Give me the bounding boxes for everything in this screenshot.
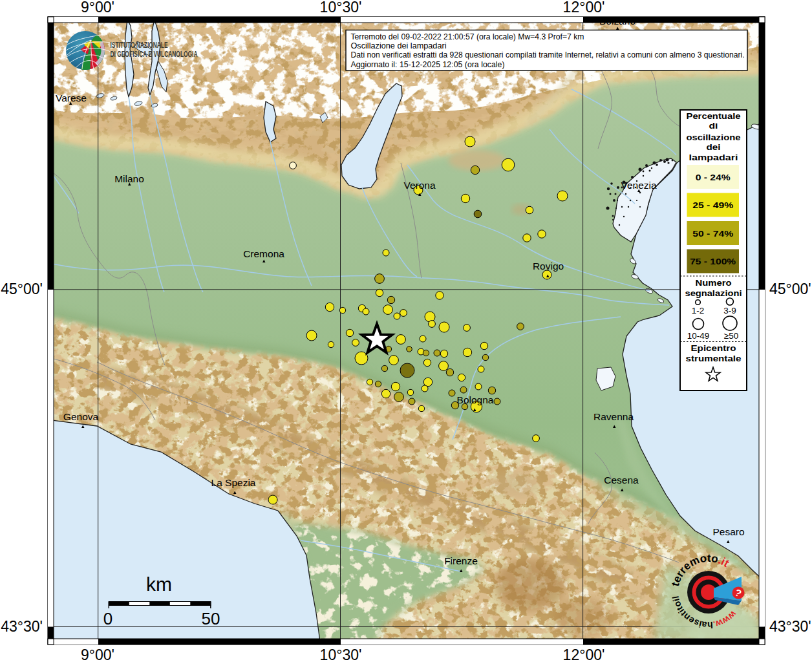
- svg-text:DI GEOFISICA E VULCANOLOGIA: DI GEOFISICA E VULCANOLOGIA: [111, 50, 198, 59]
- svg-text:10°30': 10°30': [320, 646, 362, 662]
- svg-text:0: 0: [103, 609, 112, 628]
- svg-text:≥50: ≥50: [724, 331, 738, 341]
- svg-text:oscillazione: oscillazione: [687, 133, 741, 142]
- svg-text:43°30': 43°30': [1, 618, 43, 635]
- svg-text:Varese: Varese: [56, 92, 87, 103]
- svg-text:10°30': 10°30': [320, 0, 362, 16]
- svg-text:Percentuale: Percentuale: [687, 111, 741, 121]
- svg-text:ISTITUTO NAZIONALE: ISTITUTO NAZIONALE: [111, 41, 168, 50]
- svg-text:Milano: Milano: [114, 173, 144, 184]
- svg-text:12°00': 12°00': [563, 0, 605, 16]
- svg-text:Cremona: Cremona: [243, 248, 284, 259]
- svg-text:Bologna: Bologna: [457, 394, 494, 405]
- svg-text:Venezia: Venezia: [621, 180, 657, 191]
- svg-text:Terremoto del 09-02-2022 21:00: Terremoto del 09-02-2022 21:00:57 (ora l…: [351, 32, 584, 41]
- svg-text:Ravenna: Ravenna: [593, 411, 634, 422]
- svg-text:Oscillazione dei lampadari: Oscillazione dei lampadari: [351, 41, 447, 50]
- svg-text:Firenze: Firenze: [444, 555, 478, 566]
- svg-text:0 - 24%: 0 - 24%: [696, 173, 731, 182]
- svg-text:Aggiornato il: 15-12-2025 12:0: Aggiornato il: 15-12-2025 12:05 (ora loc…: [351, 59, 505, 69]
- svg-text:dei: dei: [707, 142, 721, 152]
- svg-text:3-9: 3-9: [723, 306, 736, 315]
- svg-text:43°30': 43°30': [769, 618, 811, 635]
- svg-text:strumentale: strumentale: [686, 354, 742, 363]
- svg-text:45°00': 45°00': [769, 281, 811, 297]
- svg-text:25 - 49%: 25 - 49%: [692, 200, 733, 210]
- svg-text:75 - 100%: 75 - 100%: [690, 257, 736, 266]
- svg-text:Verona: Verona: [403, 180, 436, 191]
- svg-text:50 - 74%: 50 - 74%: [692, 229, 733, 239]
- svg-text:Rovigo: Rovigo: [533, 261, 564, 272]
- svg-text:Epicentro: Epicentro: [691, 343, 736, 353]
- svg-text:Pesaro: Pesaro: [712, 526, 744, 537]
- svg-text:9°00': 9°00': [81, 646, 114, 662]
- svg-text:45°00': 45°00': [1, 281, 43, 297]
- svg-text:12°00': 12°00': [563, 646, 605, 662]
- svg-text:50: 50: [202, 609, 220, 628]
- svg-text:Dati non verificati estratti d: Dati non verificati estratti da 928 ques…: [351, 50, 745, 59]
- svg-text:Genova: Genova: [63, 411, 99, 422]
- svg-text:Cesena: Cesena: [604, 475, 639, 486]
- svg-text:9°00': 9°00': [81, 0, 114, 16]
- svg-text:di: di: [709, 121, 718, 131]
- svg-text:lampadari: lampadari: [689, 153, 738, 162]
- svg-text:km: km: [146, 573, 172, 595]
- svg-text:La Spezia: La Spezia: [211, 477, 256, 488]
- svg-text:1-2: 1-2: [692, 306, 705, 315]
- svg-text:Numero: Numero: [696, 278, 732, 288]
- svg-text:segnalazioni: segnalazioni: [685, 288, 742, 298]
- svg-text:10-49: 10-49: [687, 331, 710, 341]
